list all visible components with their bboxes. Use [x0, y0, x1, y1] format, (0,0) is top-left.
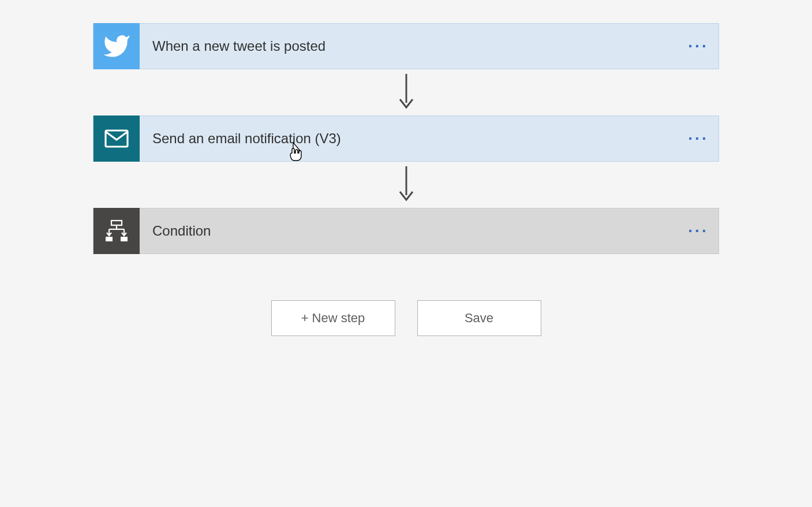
connector-arrow — [93, 162, 719, 208]
save-button[interactable]: Save — [417, 300, 541, 336]
step-label: Send an email notification (V3) — [140, 131, 684, 147]
step-label: When a new tweet is posted — [140, 38, 684, 54]
connector-arrow — [93, 69, 719, 115]
step-menu-button[interactable]: ··· — [684, 129, 719, 148]
step-menu-button[interactable]: ··· — [684, 222, 719, 240]
mail-icon — [93, 115, 140, 162]
svg-rect-9 — [121, 237, 128, 241]
svg-rect-8 — [106, 237, 113, 241]
svg-rect-3 — [111, 221, 122, 225]
svg-rect-1 — [106, 131, 128, 147]
step-card-email-notification[interactable]: Send an email notification (V3) ··· — [93, 115, 719, 162]
step-label: Condition — [140, 223, 684, 239]
action-button-row: + New step Save — [271, 300, 541, 336]
step-card-twitter-trigger[interactable]: When a new tweet is posted ··· — [93, 23, 719, 69]
condition-icon — [93, 208, 140, 254]
new-step-button[interactable]: + New step — [271, 300, 395, 336]
twitter-icon — [93, 23, 140, 69]
step-menu-button[interactable]: ··· — [684, 37, 719, 55]
flow-canvas: When a new tweet is posted ··· Send an e… — [0, 0, 812, 336]
step-card-condition[interactable]: Condition ··· — [93, 208, 719, 254]
